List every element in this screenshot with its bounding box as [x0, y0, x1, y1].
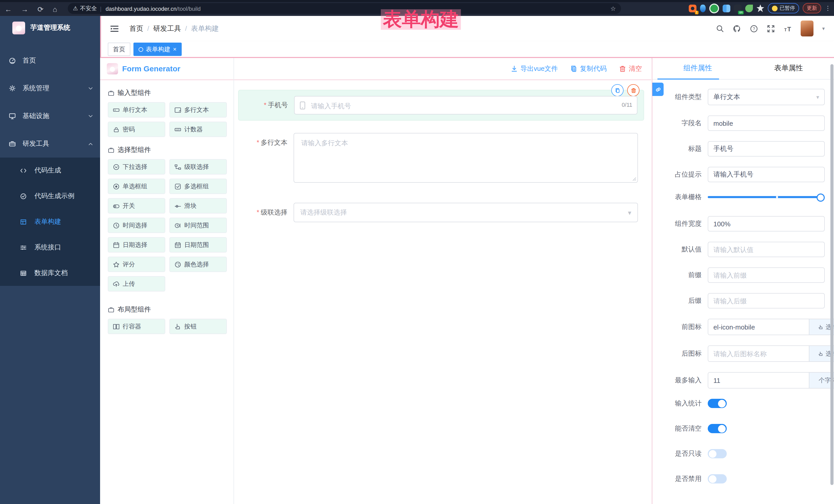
tag-form-build[interactable]: 表单构建 ×	[133, 43, 182, 56]
tag-close-icon[interactable]: ×	[173, 46, 177, 53]
palette-item-checkbox-group[interactable]: 多选框组	[169, 179, 227, 194]
form-item-mobile[interactable]: *手机号 0/11	[238, 90, 644, 120]
field-name-input[interactable]	[708, 115, 825, 131]
palette-item-select[interactable]: 下拉选择	[108, 159, 165, 175]
devtools-submenu: 代码生成 代码生成示例 表单构建 系统接口 数据库文档	[0, 158, 100, 286]
width-input[interactable]	[708, 216, 825, 232]
search-icon[interactable]	[716, 24, 724, 32]
user-avatar[interactable]	[800, 21, 813, 37]
palette-item-slider[interactable]: 滑块	[169, 198, 227, 214]
tab-component-props[interactable]: 组件属性	[652, 58, 743, 79]
resize-handle-icon[interactable]	[632, 177, 636, 181]
extension-gem-icon[interactable]	[700, 4, 706, 12]
textarea-input[interactable]	[300, 137, 611, 179]
form-item-cascader[interactable]: *级联选择 请选择级联选择 ▾	[238, 202, 638, 223]
annotation-line-top	[100, 57, 834, 58]
breadcrumb-home[interactable]: 首页	[129, 24, 143, 33]
palette-item-switch[interactable]: 开关	[108, 198, 165, 214]
suffix-icon-input[interactable]	[708, 346, 809, 361]
palette-item-color-picker[interactable]: 颜色选择	[169, 257, 227, 272]
sidebar-item-form-build[interactable]: 表单构建	[0, 209, 100, 235]
grid-slider[interactable]	[708, 196, 821, 198]
sidebar-logo-row[interactable]: 芋道管理系统	[0, 16, 100, 40]
font-size-icon[interactable]: TT	[784, 24, 792, 32]
clearable-toggle[interactable]	[708, 424, 727, 433]
browser-menu-icon[interactable]: ⋮	[825, 5, 831, 12]
update-button[interactable]: 更新	[803, 3, 821, 13]
export-vue-button[interactable]: 导出vue文件	[511, 64, 558, 73]
clear-button[interactable]: 清空	[619, 64, 642, 73]
title-input[interactable]	[708, 141, 825, 156]
component-type-select[interactable]: 单行文本 ▾	[708, 89, 825, 105]
delete-item-button[interactable]	[627, 84, 639, 96]
mobile-input[interactable]	[310, 96, 552, 115]
palette-item-upload[interactable]: 上传	[108, 276, 165, 291]
home-icon[interactable]: ⌂	[52, 5, 57, 13]
duplicate-item-button[interactable]	[611, 84, 623, 96]
palette-item-row-container[interactable]: 行容器	[108, 319, 165, 334]
tag-home[interactable]: 首页	[108, 43, 130, 56]
extension-leaf-icon[interactable]	[745, 4, 753, 12]
palette-item-single-text[interactable]: 单行文本	[108, 102, 165, 117]
palette-item-textarea[interactable]: 多行文本	[169, 102, 227, 117]
palette-item-counter[interactable]: 123计数器	[169, 122, 227, 137]
palette-item-date-range[interactable]: 日期范围	[169, 237, 227, 253]
form-generator-title[interactable]: Form Generator	[122, 64, 180, 73]
palette-item-date-picker[interactable]: 日期选择	[108, 237, 165, 253]
sidebar-item-codegen-demo[interactable]: 代码生成示例	[0, 183, 100, 209]
extension-dark-icon[interactable]: on	[734, 4, 742, 12]
link-drawer-button[interactable]	[652, 83, 664, 96]
sidebar-item-api[interactable]: 系统接口	[0, 235, 100, 260]
form-item-textarea[interactable]: *多行文本	[238, 133, 638, 183]
scrollbar-thumb[interactable]	[830, 64, 833, 485]
sidebar-item-infra[interactable]: 基础设施	[0, 102, 100, 130]
sidebar-item-home[interactable]: 首页	[0, 47, 100, 74]
readonly-toggle[interactable]	[708, 449, 727, 458]
palette-item-rate[interactable]: 评分	[108, 257, 165, 272]
monitor-icon	[9, 112, 16, 119]
palette-item-cascader[interactable]: 级联选择	[169, 159, 227, 175]
extension-orange-icon[interactable]: 1	[689, 4, 697, 12]
extension-split-blue-icon[interactable]	[723, 4, 730, 12]
sidebar-item-db-doc[interactable]: 数据库文档	[0, 260, 100, 286]
sidebar-item-label: 首页	[23, 56, 36, 65]
breadcrumb-devtools[interactable]: 研发工具	[153, 24, 181, 33]
tab-form-props[interactable]: 表单属性	[743, 58, 834, 79]
palette-item-password[interactable]: 密码	[108, 122, 165, 137]
maxlength-input[interactable]	[708, 373, 809, 388]
prefix-input[interactable]	[708, 267, 825, 283]
textarea-icon	[175, 107, 181, 113]
palette-item-time-picker[interactable]: 时间选择	[108, 218, 165, 233]
help-icon[interactable]: ?	[750, 24, 758, 32]
copy-code-button[interactable]: 复制代码	[570, 64, 607, 73]
back-icon[interactable]: ←	[5, 5, 12, 13]
paused-pill-button[interactable]: 已暂停	[768, 3, 799, 13]
slider-handle[interactable]	[816, 194, 825, 202]
placeholder-input[interactable]	[708, 167, 825, 182]
extension-green-v-icon[interactable]	[709, 3, 719, 13]
pointer-icon	[818, 351, 824, 356]
address-bar[interactable]: ⚠ 不安全 | dashboard.yudao.iocoder.cn/tool/…	[68, 3, 621, 14]
suffix-input[interactable]	[708, 293, 825, 308]
reload-icon[interactable]: ⟳	[38, 5, 43, 13]
extension-pin-icon[interactable]	[756, 4, 764, 12]
forward-icon[interactable]: →	[21, 5, 28, 13]
show-count-toggle[interactable]	[708, 399, 727, 408]
cascader-select[interactable]: 请选择级联选择 ▾	[293, 203, 638, 222]
palette-item-time-range[interactable]: 时间范围	[169, 218, 227, 233]
sliders-icon	[20, 244, 27, 251]
sidebar-fold-icon[interactable]	[110, 24, 119, 32]
bookmark-star-icon[interactable]: ☆	[610, 5, 616, 12]
sidebar-item-codegen[interactable]: 代码生成	[0, 158, 100, 183]
sidebar-item-system[interactable]: 系统管理	[0, 74, 100, 102]
sidebar-item-devtools[interactable]: 研发工具	[0, 130, 100, 158]
security-label[interactable]: 不安全	[80, 5, 97, 12]
disabled-toggle[interactable]	[708, 474, 727, 483]
default-value-input[interactable]	[708, 242, 825, 257]
prefix-icon-input[interactable]	[708, 319, 809, 335]
user-menu-caret-icon[interactable]: ▾	[822, 26, 825, 31]
fullscreen-icon[interactable]	[767, 24, 775, 32]
github-icon[interactable]	[733, 24, 741, 32]
palette-item-button[interactable]: 按钮	[169, 319, 227, 334]
palette-item-radio-group[interactable]: 单选框组	[108, 179, 165, 194]
